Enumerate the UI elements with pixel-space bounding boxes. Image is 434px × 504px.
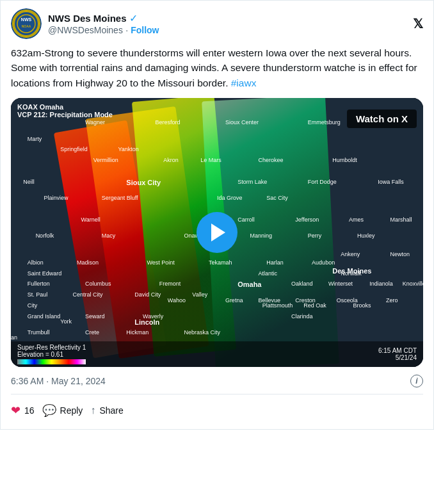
city-label-plainview: Plainview: [44, 195, 68, 201]
city-label-newton: Newton: [390, 251, 410, 257]
radar-background: Wagner Beresford Sioux Center Emmetsburg…: [11, 98, 423, 367]
city-label-west-point: West Point: [147, 259, 175, 266]
city-label-zero: Zero: [386, 297, 398, 304]
city-label-fort-dodge: Fort Dodge: [308, 179, 337, 185]
city-label-columbus: Columbus: [85, 280, 111, 287]
city-label-plattsmouth: Plattsmouth: [262, 302, 293, 309]
city-label-vermillion: Vermillion: [93, 157, 118, 163]
city-label-crete: Crete: [85, 329, 99, 336]
city-label-saint-edward: Saint Edward: [28, 270, 62, 277]
city-label-sac-city: Sac City: [266, 195, 288, 201]
city-label-indianola: Indianola: [369, 280, 393, 287]
city-label-lincoln: Lincoln: [134, 318, 159, 326]
city-label-grand-island: Grand Island: [28, 313, 61, 320]
like-count: 16: [24, 405, 35, 416]
city-label-omaha: Omaha: [237, 280, 261, 288]
city-label-ida-grove: Ida Grove: [217, 195, 243, 201]
reply-action[interactable]: 💬 Reply: [42, 400, 91, 421]
watch-on-x-label[interactable]: Watch on X: [347, 110, 417, 128]
dot-separator: ·: [125, 25, 131, 35]
city-label-carroll: Carroll: [237, 216, 255, 223]
user-name[interactable]: NWS Des Moines: [48, 13, 127, 24]
heart-icon: ❤: [11, 403, 20, 418]
city-label-springfield: Springfield: [60, 146, 88, 152]
city-label-atlantic: Atlantic: [258, 270, 277, 277]
city-label-le-mars: Le Mars: [200, 157, 221, 163]
like-action[interactable]: ❤ 16: [11, 400, 42, 421]
city-label-neill: Neill: [23, 179, 35, 185]
city-label-huxley: Huxley: [357, 232, 375, 239]
share-icon: ↑: [90, 405, 95, 416]
city-label-clarinda: Clarinda: [291, 313, 313, 320]
city-label-storm-lake: Storm Lake: [237, 179, 267, 185]
city-label-albion: Albion: [28, 259, 44, 266]
city-label-wagoner: Wagner: [85, 119, 105, 126]
city-label-brooks: Brooks: [353, 302, 371, 309]
tweet-text: 632am-Strong to severe thunderstorms wil…: [11, 45, 423, 90]
city-label-madison: Madison: [77, 259, 99, 266]
city-label-an: an: [11, 334, 17, 341]
tweet-header: NWS NOAA NWS Des Moines ✓ @NWSDesMoines …: [11, 8, 423, 39]
verified-icon: ✓: [129, 12, 138, 24]
city-label-nebraska-city: Nebraska City: [184, 329, 220, 336]
tweet-hashtag[interactable]: #iawx: [231, 77, 257, 88]
city-label-warnell: Warnell: [81, 216, 100, 223]
city-label-knoxville: Knoxville: [403, 280, 423, 287]
city-label-iowa-falls: Iowa Falls: [378, 179, 404, 185]
radar-bottom-right: 6:15 AM CDT 5/21/24: [378, 347, 417, 361]
tweet-body-text: 632am-Strong to severe thunderstorms wil…: [11, 47, 417, 88]
city-label-fullerton: Fullerton: [28, 280, 50, 287]
share-label: Share: [99, 405, 123, 416]
svg-text:NWS: NWS: [21, 17, 32, 22]
color-scale-bar: [17, 359, 86, 364]
play-button[interactable]: [197, 212, 237, 253]
city-label-winterset: Winterset: [328, 280, 353, 287]
svg-text:NOAA: NOAA: [22, 24, 31, 28]
media-container[interactable]: Wagner Beresford Sioux Center Emmetsburg…: [11, 98, 423, 367]
city-label-gretna: Gretna: [225, 297, 243, 304]
radar-station-label: KOAX Omaha VCP 212: Precipitation Mode: [17, 103, 113, 118]
city-label-ames: Ames: [349, 216, 364, 223]
user-name-row: NWS Des Moines ✓: [48, 12, 159, 24]
radar-bottom-left: Super-Res Reflectivity 1 Elevation = 0.6…: [17, 344, 86, 364]
city-label-audubon: Audubon: [312, 259, 335, 266]
user-handle-row: @NWSDesMoines · Follow: [48, 24, 159, 36]
city-label-central-city: Central City: [73, 291, 103, 298]
city-label-wahoo: Wahoo: [168, 297, 186, 304]
share-action[interactable]: ↑ Share: [90, 401, 131, 420]
city-label-valley: Valley: [192, 291, 207, 298]
city-label-norfolk: Norfolk: [36, 232, 54, 239]
city-label-sioux-center: Sioux Center: [225, 119, 259, 126]
radar-bottom-bar: Super-Res Reflectivity 1 Elevation = 0.6…: [11, 341, 423, 367]
play-icon: [211, 224, 225, 241]
city-label-red-oak: Red Oak: [303, 302, 326, 309]
tweet-container: NWS NOAA NWS Des Moines ✓ @NWSDesMoines …: [0, 0, 434, 430]
city-label-seward: Seward: [85, 313, 105, 320]
avatar[interactable]: NWS NOAA: [11, 8, 42, 39]
tweet-timestamp-text: 6:36 AM · May 21, 2024: [11, 376, 106, 386]
x-logo[interactable]: 𝕏: [413, 16, 423, 31]
reply-label: Reply: [60, 405, 83, 416]
city-label-trumbull: Trumbull: [28, 329, 50, 336]
city-label-oakland: Oakland: [291, 280, 313, 287]
user-handle: @NWSDesMoines: [48, 25, 123, 35]
tweet-actions: ❤ 16 💬 Reply ↑ Share: [11, 394, 423, 429]
city-label-sioux-city: Sioux City: [126, 179, 161, 186]
city-label-st-paul: St. Paul: [28, 291, 48, 298]
city-label-city: City: [28, 302, 38, 309]
city-label-cherokee: Cherokee: [258, 157, 283, 163]
follow-button[interactable]: Follow: [131, 25, 159, 35]
city-label-jefferson: Jefferson: [295, 216, 319, 223]
city-label-harlan: Harlan: [266, 259, 284, 266]
city-label-yankton: Yankton: [118, 146, 138, 152]
city-label-david-city: David City: [134, 291, 161, 298]
city-label-manning: Manning: [250, 232, 273, 239]
user-info: NWS Des Moines ✓ @NWSDesMoines · Follow: [48, 12, 159, 36]
city-label-emmetsburg: Emmetsburg: [308, 119, 341, 126]
info-icon[interactable]: i: [410, 375, 423, 387]
reply-icon: 💬: [42, 403, 56, 418]
city-label-marty: Marty: [28, 136, 42, 142]
tweet-header-left: NWS NOAA NWS Des Moines ✓ @NWSDesMoines …: [11, 8, 159, 39]
city-label-york: York: [60, 318, 72, 325]
city-label-tekamah: Tekamah: [209, 259, 232, 266]
